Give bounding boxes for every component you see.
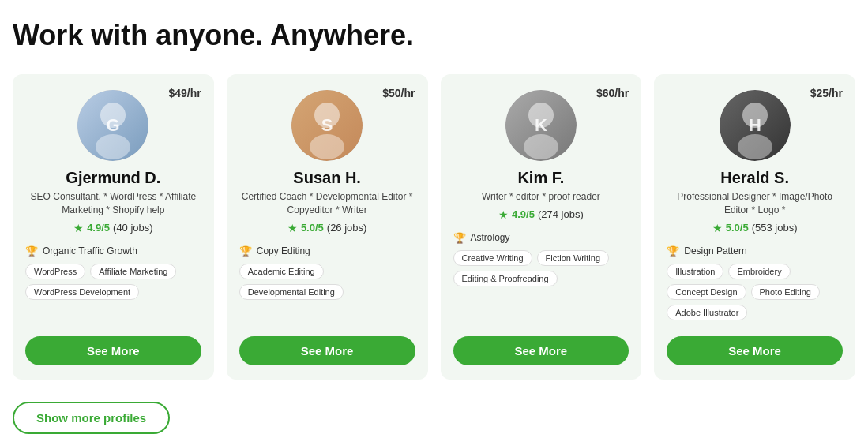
trophy-icon: 🏆 bbox=[25, 245, 38, 257]
trophy-row: 🏆 Copy Editing bbox=[239, 245, 415, 257]
avatar-herald: H bbox=[720, 90, 791, 161]
card-rating-kim: ★ 4.9/5 (274 jobs) bbox=[498, 208, 584, 221]
jobs-count: (26 jobs) bbox=[327, 222, 367, 234]
skill-tags: Creative WritingFiction WritingEditing &… bbox=[453, 250, 629, 286]
show-more-profiles-button[interactable]: Show more profiles bbox=[13, 402, 170, 434]
card-desc-gjermund: SEO Consultant. * WordPress * Affiliate … bbox=[25, 190, 201, 217]
svg-text:H: H bbox=[749, 115, 761, 135]
card-susan: $50/hr S Susan H.Certified Coach * Devel… bbox=[227, 74, 428, 380]
jobs-count: (40 jobs) bbox=[113, 222, 153, 234]
skill-tag: Photo Editing bbox=[751, 284, 820, 300]
card-desc-kim: Writer * editor * proof reader bbox=[482, 190, 600, 204]
skill-tag: Embroidery bbox=[728, 264, 790, 279]
rating-score: 5.0/5 bbox=[301, 222, 324, 234]
skill-tag: WordPress Development bbox=[25, 284, 139, 300]
card-kim: $60/hr K Kim F.Writer * editor * proof r… bbox=[441, 74, 642, 380]
skill-tag: Developmental Editing bbox=[239, 284, 344, 300]
primary-skill: Design Pattern bbox=[684, 245, 746, 256]
skill-tag: WordPress bbox=[25, 264, 85, 279]
see-more-button-kim[interactable]: See More bbox=[453, 336, 629, 365]
card-rate-herald: $25/hr bbox=[810, 87, 843, 99]
card-herald: $25/hr H Herald S.Professional Designer … bbox=[654, 74, 855, 380]
card-rate-susan: $50/hr bbox=[382, 87, 415, 99]
primary-skill: Astrology bbox=[471, 232, 510, 243]
see-more-button-susan[interactable]: See More bbox=[239, 336, 415, 365]
see-more-button-gjermund[interactable]: See More bbox=[25, 336, 201, 365]
card-name-susan: Susan H. bbox=[293, 169, 361, 187]
avatar-gjermund: G bbox=[77, 90, 148, 161]
card-name-gjermund: Gjermund D. bbox=[66, 169, 160, 187]
rating-score: 4.9/5 bbox=[512, 208, 535, 220]
card-rating-gjermund: ★ 4.9/5 (40 jobs) bbox=[73, 222, 153, 234]
skill-tag: Academic Editing bbox=[239, 264, 324, 279]
trophy-icon: 🏆 bbox=[239, 245, 252, 257]
card-rate-gjermund: $49/hr bbox=[169, 87, 201, 99]
skill-tags: IllustrationEmbroideryConcept DesignPhot… bbox=[667, 264, 843, 320]
trophy-row: 🏆 Organic Traffic Growth bbox=[25, 245, 201, 257]
svg-point-6 bbox=[310, 134, 344, 159]
skill-tag: Editing & Proofreading bbox=[453, 271, 558, 286]
skill-tag: Concept Design bbox=[667, 284, 746, 300]
jobs-count: (274 jobs) bbox=[538, 208, 584, 220]
card-gjermund: $49/hr G Gjermund D.SEO Consultant. * Wo… bbox=[13, 74, 214, 380]
trophy-row: 🏆 Astrology bbox=[453, 232, 629, 244]
rating-score: 5.0/5 bbox=[726, 222, 749, 234]
see-more-button-herald[interactable]: See More bbox=[667, 336, 843, 365]
trophy-icon: 🏆 bbox=[453, 232, 466, 244]
card-desc-susan: Certified Coach * Developmental Editor *… bbox=[239, 190, 415, 217]
rating-score: 4.9/5 bbox=[87, 222, 110, 234]
avatar-susan: S bbox=[291, 90, 363, 161]
primary-skill: Organic Traffic Growth bbox=[43, 245, 137, 256]
page-title: Work with anyone. Anywhere. bbox=[13, 19, 855, 52]
star-icon: ★ bbox=[73, 222, 84, 234]
show-more-section: Show more profiles bbox=[13, 402, 855, 434]
star-icon: ★ bbox=[712, 222, 723, 234]
card-name-herald: Herald S. bbox=[720, 169, 789, 187]
primary-skill: Copy Editing bbox=[257, 245, 310, 256]
svg-text:G: G bbox=[107, 115, 120, 135]
skill-tag: Affiliate Marketing bbox=[90, 264, 176, 279]
svg-point-10 bbox=[524, 134, 558, 159]
card-desc-herald: Professional Designer * Image/Photo Edit… bbox=[667, 190, 843, 217]
skill-tags: Academic EditingDevelopmental Editing bbox=[239, 264, 415, 300]
card-rate-kim: $60/hr bbox=[596, 87, 629, 99]
trophy-icon: 🏆 bbox=[667, 245, 679, 257]
skills-section-gjermund: 🏆 Organic Traffic GrowthWordPressAffilia… bbox=[25, 245, 201, 305]
skills-section-kim: 🏆 AstrologyCreative WritingFiction Writi… bbox=[453, 232, 629, 291]
skill-tags: WordPressAffiliate MarketingWordPress De… bbox=[25, 264, 201, 300]
star-icon: ★ bbox=[287, 222, 298, 234]
skills-section-susan: 🏆 Copy EditingAcademic EditingDevelopmen… bbox=[239, 245, 415, 305]
svg-text:S: S bbox=[321, 115, 333, 135]
trophy-row: 🏆 Design Pattern bbox=[667, 245, 843, 257]
skill-tag: Fiction Writing bbox=[537, 250, 609, 266]
skill-tag: Creative Writing bbox=[453, 250, 532, 266]
svg-text:K: K bbox=[535, 115, 547, 135]
card-name-kim: Kim F. bbox=[517, 169, 564, 187]
skill-tag: Adobe Illustrator bbox=[667, 305, 747, 320]
avatar-kim: K bbox=[505, 90, 577, 161]
star-icon: ★ bbox=[498, 208, 509, 221]
card-rating-herald: ★ 5.0/5 (553 jobs) bbox=[712, 222, 798, 234]
skills-section-herald: 🏆 Design PatternIllustrationEmbroideryCo… bbox=[667, 245, 843, 325]
cards-container: $49/hr G Gjermund D.SEO Consultant. * Wo… bbox=[13, 74, 855, 380]
svg-point-2 bbox=[96, 134, 130, 159]
card-rating-susan: ★ 5.0/5 (26 jobs) bbox=[287, 222, 367, 234]
jobs-count: (553 jobs) bbox=[752, 222, 798, 234]
svg-point-14 bbox=[738, 134, 772, 159]
skill-tag: Illustration bbox=[667, 264, 723, 279]
